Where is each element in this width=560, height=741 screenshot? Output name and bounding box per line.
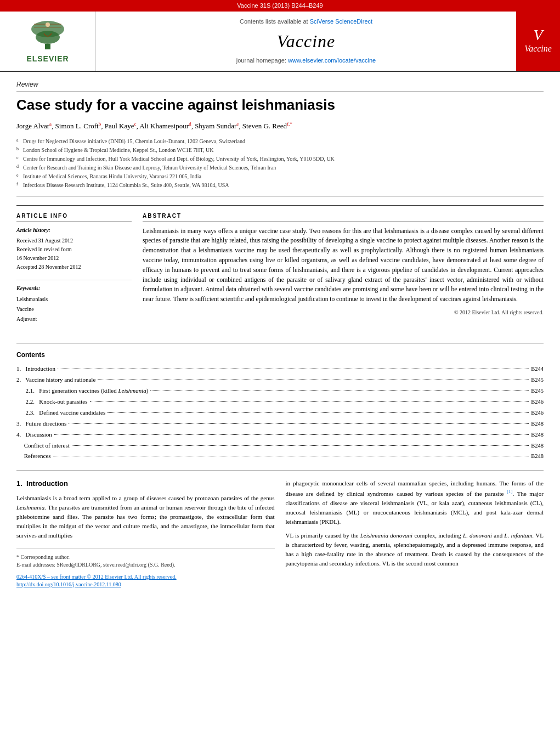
svg-rect-3 [45, 44, 50, 49]
received-revised-label: Received in revised form [16, 245, 132, 254]
journal-title-area: Contents lists available at SciVerse Sci… [96, 12, 516, 71]
authors-line: Jorge Alvara, Simon L. Croftb, Paul Kaye… [16, 120, 544, 132]
contents-item-3: 3. Future directions ...................… [16, 418, 544, 429]
svg-rect-5 [34, 27, 61, 28]
keywords-block: Keywords: Leishmaniasis Vaccine Adjuvant [16, 285, 132, 324]
affiliation-e: e Institute of Medical Sciences, Banaras… [16, 172, 544, 181]
elsevier-tree-icon [23, 18, 72, 54]
contents-item-2: 2. Vaccine history and rationale .......… [16, 375, 544, 386]
body-divider [16, 470, 544, 471]
corresponding-note: * Corresponding author. [16, 553, 275, 561]
affiliation-a: a Drugs for Neglected Disease initiative… [16, 137, 544, 146]
accepted-date: Accepted 28 November 2012 [16, 263, 132, 271]
affiliation-d: d Center for Research and Training in Sk… [16, 163, 544, 172]
affiliation-b: b London School of Hygiene & Tropical Me… [16, 146, 544, 155]
elsevier-label: ELSEVIER [26, 54, 69, 65]
footer-doi: http://dx.doi.org/10.1016/j.vaccine.2012… [16, 581, 275, 589]
body-col-left: 1. Introduction Leishmaniasis is a broad… [16, 479, 275, 588]
body-section: 1. Introduction Leishmaniasis is a broad… [16, 479, 544, 588]
main-content: Review Case study for a vaccine against … [0, 72, 560, 596]
intro-para-1: Leishmaniasis is a broad term applied to… [16, 494, 275, 540]
affiliation-f: f Infectious Disease Research Institute,… [16, 181, 544, 190]
article-info-heading: Article Info [16, 212, 132, 222]
svg-point-6 [46, 22, 50, 27]
keywords-label: Keywords: [16, 285, 132, 292]
vaccine-logo-box: V Vaccine [516, 12, 560, 71]
keyword-2: Vaccine [16, 304, 132, 314]
affiliation-c: c Centre for Immunology and Infection, H… [16, 155, 544, 163]
homepage-link[interactable]: www.elsevier.com/locate/vaccine [288, 57, 376, 64]
sciverse-link[interactable]: SciVerse ScienceDirect [310, 18, 372, 25]
body-col-right: in phagocytic mononuclear cells of sever… [286, 479, 544, 588]
vaccine-logo: V Vaccine [522, 25, 555, 58]
contents-item-references: References .............................… [16, 451, 544, 462]
revised-date: 16 November 2012 [16, 254, 132, 263]
journal-title: Vaccine [277, 29, 336, 54]
article-meta-section: Article Info Article history: Received 3… [16, 205, 544, 332]
article-info-block: Article Info Article history: Received 3… [16, 212, 132, 271]
abstract-text: Leishmaniasis in many ways offers a uniq… [143, 227, 544, 305]
journal-header: ELSEVIER Contents lists available at Sci… [0, 12, 560, 72]
keywords-list: Leishmaniasis Vaccine Adjuvant [16, 295, 132, 324]
article-history-label: Article history: [16, 227, 132, 234]
contents-item-4: 4. Discussion ..........................… [16, 429, 544, 440]
abstract-block: Abstract Leishmaniasis in many ways offe… [143, 212, 544, 332]
contents-item-conflict: Conflict of interest ...................… [16, 440, 544, 451]
keyword-3: Adjuvant [16, 314, 132, 324]
affiliations-block: a Drugs for Neglected Disease initiative… [16, 137, 544, 197]
article-dates: Received 31 August 2012 Received in revi… [16, 236, 132, 271]
abstract-copyright: © 2012 Elsevier Ltd. All rights reserved… [143, 309, 544, 316]
journal-homepage: journal homepage: www.elsevier.com/locat… [236, 56, 376, 65]
received-date: Received 31 August 2012 [16, 236, 132, 245]
keyword-1: Leishmaniasis [16, 295, 132, 304]
article-title: Case study for a vaccine against leishma… [16, 97, 544, 114]
svg-point-2 [36, 31, 60, 44]
publisher-logo-area: ELSEVIER [0, 12, 96, 71]
contents-item-2-3: 2.3. Defined vaccine candidates ........… [16, 408, 544, 418]
sciverse-text: Contents lists available at SciVerse Sci… [240, 18, 372, 26]
intro-title: 1. Introduction [16, 479, 275, 489]
footer-copyright: 0264-410X/$ – see front matter © 2012 El… [16, 573, 275, 589]
section-type: Review [16, 80, 544, 92]
abstract-heading: Abstract [143, 212, 544, 222]
contents-item-1: 1. Introduction ........................… [16, 364, 544, 375]
contents-title: Contents [16, 350, 544, 360]
intro-para-3: VL is primarily caused by the Leishmania… [286, 531, 544, 568]
top-banner: Vaccine 31S (2013) B244–B249 [0, 0, 560, 12]
contents-list: 1. Introduction ........................… [16, 364, 544, 462]
intro-para-2: in phagocytic mononuclear cells of sever… [286, 479, 544, 527]
elsevier-logo: ELSEVIER [23, 18, 72, 65]
footnote-block: * Corresponding author. E-mail addresses… [16, 548, 275, 569]
footer-copyright-text: 0264-410X/$ – see front matter © 2012 El… [16, 573, 275, 581]
contents-section: Contents 1. Introduction ...............… [16, 343, 544, 462]
left-sidebar: Article Info Article history: Received 3… [16, 212, 132, 332]
email-note: E-mail addresses: SReed@IDRLORG, steve.r… [16, 561, 275, 569]
banner-text: Vaccine 31S (2013) B244–B249 [237, 2, 323, 9]
contents-item-2-2: 2.2. Knock-out parasites ...............… [16, 397, 544, 408]
contents-item-2-1: 2.1. First generation vaccines (killed L… [16, 386, 544, 397]
